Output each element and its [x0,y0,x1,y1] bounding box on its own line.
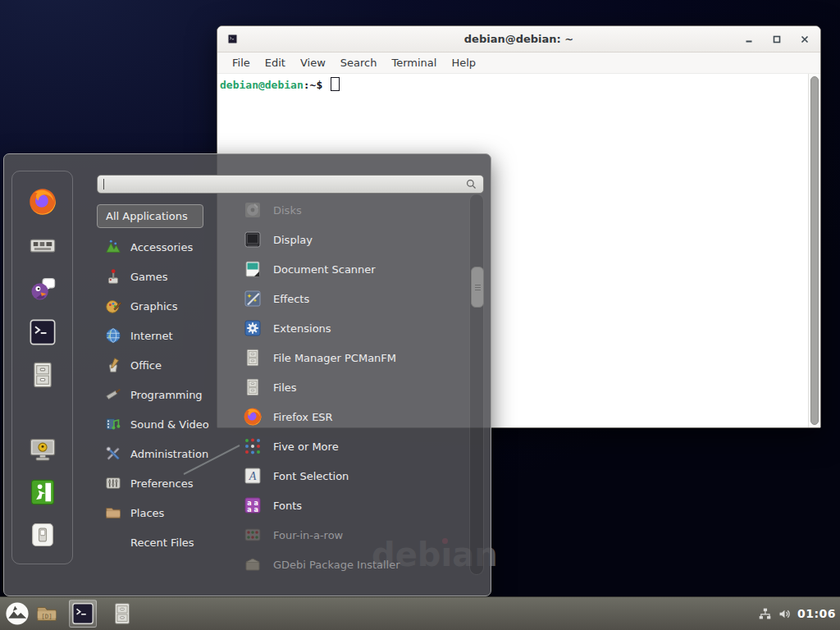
category-label: Office [130,359,162,372]
favorite-pidgin-icon[interactable] [28,274,57,304]
terminal-menu-search[interactable]: Search [333,57,385,69]
app-four-in-a-row[interactable]: Four-in-a-row [238,520,466,550]
volume-icon[interactable] [778,607,792,621]
category-label: Administration [130,448,208,460]
app-list-scrollbar-handle[interactable] [471,267,484,308]
favorite-file-cabinet-icon[interactable] [28,360,57,390]
display-icon [243,230,262,249]
taskbar-folder-icon[interactable]: [D] [33,600,61,628]
effects-icon [243,289,262,308]
category-programming[interactable]: Programming [98,380,233,409]
terminal-menu-terminal[interactable]: Terminal [384,57,444,69]
internet-icon [104,326,122,345]
file-cabinet-icon [243,377,262,397]
taskbar-terminal-icon[interactable] [69,600,97,628]
app-font-selection[interactable]: AFont Selection [238,461,466,491]
extensions-icon [243,318,262,338]
app-files[interactable]: Files [238,372,466,402]
app-label: Disks [273,204,302,217]
administration-icon [104,445,122,463]
accessories-icon [104,238,122,256]
favorite-keyboard-icon[interactable] [28,231,57,260]
favorite-terminal-icon[interactable] [28,317,57,347]
category-games[interactable]: Games [98,262,233,291]
search-input[interactable] [104,177,465,191]
category-sound-video[interactable]: Sound & Video [98,409,233,439]
terminal-scrollbar[interactable] [808,74,820,427]
app-label: Files [273,381,297,394]
file-cabinet-icon [243,348,262,368]
svg-text:[D]: [D] [41,613,52,620]
session-shutdown-icon[interactable] [28,520,57,550]
search-icon [465,178,477,190]
category-office[interactable]: Office [98,350,233,380]
category-label: Accessories [130,241,193,253]
app-label: GDebi Package Installer [273,559,400,571]
terminal-title: debian@debian: ~ [217,33,820,45]
category-label: Games [130,271,167,283]
blank-icon [104,533,122,551]
app-label: Extensions [273,322,331,335]
favorite-firefox-icon[interactable] [28,187,57,217]
category-label: Preferences [130,477,193,490]
terminal-menu-edit[interactable]: Edit [258,57,293,69]
games-icon [104,267,122,285]
category-administration[interactable]: Administration [98,439,233,468]
app-file-manager-pcmanfm[interactable]: File Manager PCManFM [238,343,466,372]
app-firefox-esr[interactable]: Firefox ESR [238,402,466,431]
category-list: AccessoriesGamesGraphicsInternetOfficePr… [98,232,233,557]
terminal-titlebar[interactable]: debian@debian: ~ [217,26,820,52]
category-internet[interactable]: Internet [98,321,233,350]
app-effects[interactable]: Effects [238,284,466,313]
document-scanner-icon [243,259,262,279]
category-preferences[interactable]: Preferences [98,468,233,498]
network-icon[interactable] [758,607,772,621]
category-label: Programming [130,389,203,401]
maximize-button[interactable] [772,34,781,43]
app-fonts[interactable]: a aa aFonts [238,491,466,520]
app-extensions[interactable]: Extensions [238,313,466,343]
terminal-window-icon [227,34,238,44]
application-menu: All Applications AccessoriesGamesGraphic… [3,153,491,596]
minimize-button[interactable] [744,34,753,43]
taskbar-file-cabinet-icon[interactable] [108,600,136,628]
close-button[interactable] [800,34,809,43]
preferences-icon [104,474,122,492]
office-icon [104,356,122,374]
app-label: Fonts [273,500,302,512]
app-five-or-more[interactable]: Five or More [238,431,466,461]
app-gdebi-package-installer[interactable]: GDebi Package Installer [238,550,466,579]
app-label: Display [273,234,313,246]
app-disks[interactable]: Disks [238,195,466,225]
sound-video-icon [104,415,122,433]
system-tray: 01:06 [758,597,836,630]
application-list: DisksDisplayDocument ScannerEffectsExten… [238,195,466,579]
prompt-rest: :~$ [304,79,329,91]
app-label: Firefox ESR [273,411,333,423]
category-graphics[interactable]: Graphics [98,291,233,321]
category-places[interactable]: Places [98,498,233,527]
terminal-menu-file[interactable]: File [225,57,258,69]
category-label: Places [130,507,164,519]
session-logout-icon[interactable] [28,477,57,507]
terminal-scrollbar-handle[interactable] [810,76,819,425]
app-label: Five or More [273,441,339,453]
taskbar-menu-logo-icon[interactable] [3,600,31,628]
category-label: Internet [130,330,173,342]
app-list-scrollbar[interactable] [469,194,484,575]
programming-icon [104,386,122,404]
app-display[interactable]: Display [238,225,466,254]
category-accessories[interactable]: Accessories [98,232,233,262]
terminal-cursor [331,77,340,91]
category-recent-files[interactable]: Recent Files [98,527,233,557]
terminal-menu-help[interactable]: Help [444,57,483,69]
clock[interactable]: 01:06 [797,607,836,620]
category-label: Sound & Video [130,418,209,431]
terminal-menu-view[interactable]: View [293,57,333,69]
font-selection-icon: A [243,466,262,486]
search-box[interactable] [97,175,484,194]
app-document-scanner[interactable]: Document Scanner [238,254,466,284]
fonts-icon: a aa a [243,495,262,515]
session-lock-screen-icon[interactable] [28,435,57,464]
all-applications-button[interactable]: All Applications [97,204,203,228]
